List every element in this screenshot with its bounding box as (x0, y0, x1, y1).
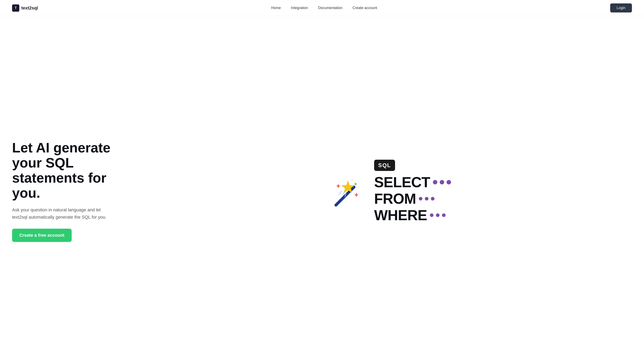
nav-item-create-account[interactable]: Create account (352, 6, 377, 10)
navbar: T text2sql Home Integration Documentatio… (0, 0, 644, 16)
hero-section: Let AI generate your SQL statements for … (0, 16, 644, 362)
hero-subtitle: Ask your question in natural language an… (12, 206, 117, 220)
where-dots (430, 213, 446, 217)
svg-point-13 (352, 179, 352, 181)
sql-where-keyword: WHERE (374, 208, 427, 222)
logo-icon: T (12, 4, 19, 12)
sql-badge: SQL (374, 160, 395, 171)
sql-select-row: SELECT (374, 175, 451, 189)
svg-line-10 (343, 193, 344, 195)
sql-display: SQL SELECT FROM WHERE (374, 160, 451, 222)
dot-6 (431, 197, 434, 201)
dot-3 (446, 180, 451, 184)
logo-link[interactable]: T text2sql (12, 4, 38, 12)
svg-line-9 (338, 193, 341, 195)
nav-item-documentation[interactable]: Documentation (318, 6, 342, 10)
login-button[interactable]: Login (610, 3, 632, 12)
dot-1 (433, 180, 437, 184)
hero-left: Let AI generate your SQL statements for … (12, 140, 133, 242)
svg-marker-1 (342, 181, 354, 193)
sql-from-row: FROM (374, 191, 451, 206)
hero-right: SQL SELECT FROM WHERE (145, 160, 632, 222)
dot-4 (419, 197, 422, 201)
sql-select-keyword: SELECT (374, 175, 430, 189)
svg-line-8 (340, 191, 342, 193)
dot-2 (440, 180, 444, 184)
nav-item-home[interactable]: Home (271, 6, 281, 10)
logo-text: text2sql (21, 5, 38, 11)
magic-wand-illustration (326, 169, 366, 213)
sql-from-keyword: FROM (374, 191, 416, 206)
dot-7 (430, 213, 434, 217)
create-free-account-button[interactable]: Create a free account (12, 229, 72, 242)
svg-point-12 (343, 185, 345, 187)
from-dots (419, 197, 434, 201)
sql-where-row: WHERE (374, 208, 451, 222)
dot-5 (425, 197, 428, 201)
dot-9 (442, 213, 446, 217)
nav-item-integration[interactable]: Integration (291, 6, 308, 10)
hero-title: Let AI generate your SQL statements for … (12, 140, 133, 200)
nav-links: Home Integration Documentation Create ac… (271, 6, 377, 10)
select-dots (433, 180, 451, 184)
dot-8 (436, 213, 440, 217)
